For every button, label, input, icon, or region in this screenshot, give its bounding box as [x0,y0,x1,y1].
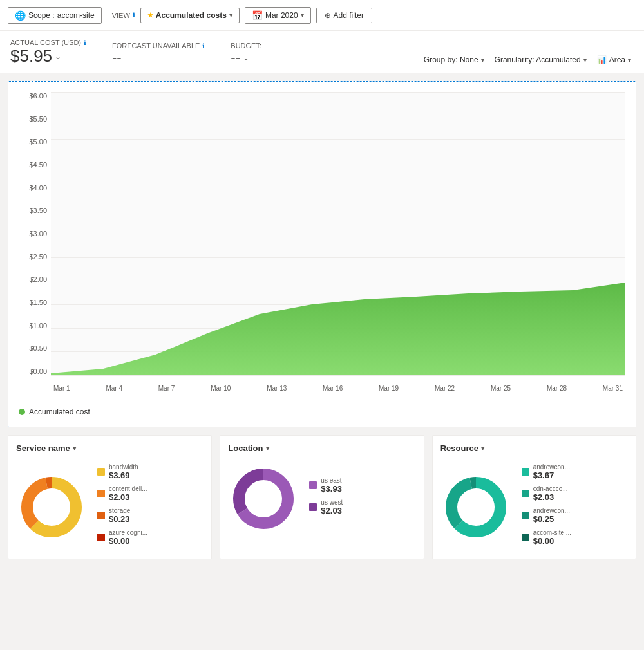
view-button[interactable]: Accumulated costs ▾ [140,8,240,23]
location-title: Location [228,443,263,453]
svg-point-11 [458,489,494,525]
y-label-400: $4.00 [29,184,47,192]
storage-value: $0.23 [109,514,204,524]
chart-controls: Group by: None ▾ Granularity: Accumulate… [421,54,634,66]
svg-marker-0 [51,283,625,375]
service-donut [16,472,87,543]
date-value: Mar 2020 [265,11,298,20]
azure-value: $0.00 [109,536,204,546]
actual-cost-label: ACTUAL COST (USD) ℹ [10,39,86,46]
add-filter-button[interactable]: ⊕ Add filter [316,8,372,23]
andrewcon2-text: andrewcon... $0.25 [533,507,628,524]
y-label-450: $4.50 [29,161,47,169]
x-label-mar19: Mar 19 [379,385,399,392]
resource-chevron-icon: ▾ [481,445,484,452]
svg-point-4 [33,489,70,525]
chart-type-chevron-icon: ▾ [628,57,631,64]
budget-value: -- [231,50,240,66]
azure-name: azure cogni... [109,529,204,536]
cards-row: Service name ▾ bandwidth [8,435,636,559]
resource-header[interactable]: Resource ▾ [440,443,628,453]
scope-value: accom-site [57,11,95,20]
accom-swatch [522,534,529,541]
y-axis: $6.00 $5.50 $5.00 $4.50 $4.00 $3.50 $3.0… [19,92,51,375]
storage-name: storage [109,507,204,514]
bandwidth-swatch [97,468,105,476]
actual-cost-arrow-icon[interactable]: ⌄ [55,52,61,61]
legend-label-accumulated: Accumulated cost [29,407,90,416]
andrewcon1-text: andrewcon... $3.67 [533,463,628,480]
content-swatch [97,490,105,497]
budget-arrow-icon[interactable]: ⌄ [243,53,249,62]
chart-type-label: Area [609,55,625,64]
chart-plot [51,92,625,375]
x-label-mar28: Mar 28 [547,385,567,392]
actual-cost-info-icon[interactable]: ℹ [84,39,86,46]
granularity-button[interactable]: Granularity: Accumulated ▾ [492,54,589,66]
service-name-header[interactable]: Service name ▾ [16,443,204,453]
content-name: content deli... [109,485,204,492]
us-west-text: us west $2.03 [321,499,415,515]
azure-swatch [97,534,105,541]
accom-text: accom-site ... $0.00 [533,529,628,546]
resource-legend-list: andrewcon... $3.67 cdn-accco... $2.03 an… [522,463,628,551]
resource-donut-row: andrewcon... $3.67 cdn-accco... $2.03 an… [440,463,628,551]
y-label-150: $1.50 [29,299,47,306]
chart-wrapper: $6.00 $5.50 $5.00 $4.50 $4.00 $3.50 $3.0… [19,92,625,401]
us-east-name: us east [321,477,415,484]
area-chart [51,92,625,375]
x-label-mar13: Mar 13 [267,385,287,392]
list-item: andrewcon... $3.67 [522,463,628,480]
accom-name: accom-site ... [533,529,628,536]
group-by-button[interactable]: Group by: None ▾ [421,54,487,66]
list-item: cdn-accco... $2.03 [522,485,628,502]
view-info-icon[interactable]: ℹ [133,12,135,19]
chart-container: $6.00 $5.50 $5.00 $4.50 $4.00 $3.50 $3.0… [8,81,636,427]
location-donut-row: us east $3.93 us west $2.03 [228,463,415,534]
forecast-info-icon[interactable]: ℹ [202,42,205,50]
y-label-250: $2.50 [29,253,47,261]
date-chevron-icon: ▾ [301,12,304,19]
list-item: storage $0.23 [97,507,204,524]
list-item: bandwidth $3.69 [97,463,204,480]
add-filter-label: Add filter [334,11,364,20]
granularity-label: Granularity: Accumulated [495,55,581,64]
cdn-text: cdn-accco... $2.03 [533,485,628,502]
y-label-050: $0.50 [29,344,47,352]
bandwidth-name: bandwidth [109,463,204,470]
x-label-mar1: Mar 1 [53,385,70,392]
storage-swatch [97,512,105,519]
scope-button[interactable]: 🌐 Scope : accom-site [8,7,102,24]
location-header[interactable]: Location ▾ [228,443,415,453]
budget-block: BUDGET: -- ⌄ [231,42,261,66]
svg-point-7 [245,481,281,517]
view-value: Accumulated costs [156,11,227,20]
actual-cost-value: $5.95 ⌄ [10,46,86,66]
andrewcon1-swatch [522,468,529,476]
x-label-mar25: Mar 25 [491,385,511,392]
list-item: azure cogni... $0.00 [97,529,204,546]
x-label-mar16: Mar 16 [323,385,343,392]
content-text: content deli... $2.03 [109,485,204,502]
location-card: Location ▾ us east $3.93 [220,435,424,559]
service-name-title: Service name [16,443,70,453]
y-label-000: $0.00 [29,367,47,375]
scope-label: Scope : [28,11,55,20]
cdn-swatch [522,490,529,497]
chart-type-button[interactable]: 📊 Area ▾ [594,54,634,66]
content-value: $2.03 [109,492,204,502]
location-chevron-icon: ▾ [266,445,269,452]
us-west-value: $2.03 [321,506,415,515]
header-bar: 🌐 Scope : accom-site VIEW ℹ Accumulated … [0,0,644,31]
x-label-mar4: Mar 4 [106,385,122,392]
forecast-block: FORECAST UNAVAILABLE ℹ -- [112,42,205,66]
group-by-chevron-icon: ▾ [481,57,484,64]
view-label: VIEW [112,12,130,19]
list-item: us west $2.03 [309,499,415,515]
service-name-card: Service name ▾ bandwidth [8,435,212,559]
cdn-name: cdn-accco... [533,485,628,492]
budget-value-row: -- ⌄ [231,50,261,66]
metrics-bar: ACTUAL COST (USD) ℹ $5.95 ⌄ FORECAST UNA… [0,31,644,73]
chart-legend: Accumulated cost [19,407,625,416]
date-button[interactable]: 📅 Mar 2020 ▾ [245,7,311,24]
